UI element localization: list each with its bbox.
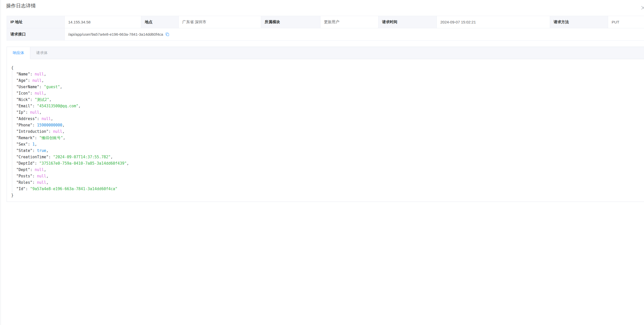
detail-value-api: /api/app/user/9a57a4e8-e196-663a-7841-3a… — [65, 28, 644, 41]
json-line: "Posts": null, — [11, 173, 641, 179]
json-line: "State": true, — [11, 148, 641, 154]
drawer-left-edge — [1, 0, 1, 325]
json-line: "Email": "454313500@qq.com", — [11, 103, 641, 109]
page-title: 操作日志详情 — [6, 3, 36, 8]
tab-response-body[interactable]: 响应体 — [7, 47, 30, 59]
json-line: "DeptId": "375167e0-759a-0410-7a85-3a14d… — [11, 160, 641, 167]
detail-value: 2024-09-07 15:02:21 — [437, 16, 550, 28]
detail-label: 地点 — [141, 16, 179, 28]
tabs-header: 响应体请求体 — [7, 47, 644, 59]
detail-value: 更新用户 — [320, 16, 379, 28]
close-icon — [641, 6, 644, 10]
json-indent-guide — [12, 71, 12, 192]
detail-value: 广东省 深圳市 — [179, 16, 261, 28]
detail-label: 请求时间 — [379, 16, 437, 28]
detail-value: PUT — [608, 16, 644, 28]
detail-label: IP 地址 — [7, 16, 65, 28]
json-line: "Id": "9a57a4e8-e196-663a-7841-3a14dd60f… — [11, 186, 641, 192]
operation-log-detail-drawer: 操作日志详情 IP 地址14.155.34.58地点广东省 深圳市所属模块更新用… — [0, 0, 644, 325]
detail-label: 请求方法 — [550, 16, 608, 28]
log-details-table: IP 地址14.155.34.58地点广东省 深圳市所属模块更新用户请求时间20… — [7, 16, 644, 41]
tab-request-body[interactable]: 请求体 — [30, 47, 53, 59]
json-line: "Sex": 1, — [11, 141, 641, 148]
json-line: } — [11, 192, 641, 199]
tabs-header-filler — [53, 47, 644, 59]
json-line: "CreationTime": "2024-09-07T14:37:55.782… — [11, 154, 641, 160]
json-line: { — [11, 65, 641, 71]
api-path-text: /api/app/user/9a57a4e8-e196-663a-7841-3a… — [68, 32, 163, 36]
detail-label: 所属模块 — [261, 16, 320, 28]
detail-label-api: 请求接口 — [7, 28, 65, 41]
body-tabs-card: 响应体请求体 {"Name": null,"Age": null,"UserNa… — [7, 47, 644, 202]
json-line: "Name": null, — [11, 71, 641, 77]
json-line: "Nick": "测试2", — [11, 97, 641, 103]
json-line: "Address": null, — [11, 116, 641, 122]
close-button[interactable] — [640, 5, 644, 10]
json-line: "Roles": null, — [11, 179, 641, 186]
json-line: "Remark": "懒得创账号", — [11, 135, 641, 141]
json-line: "UserName": "guest", — [11, 84, 641, 90]
json-lines: {"Name": null,"Age": null,"UserName": "g… — [11, 65, 641, 199]
json-line: "Phone": 15900000000, — [11, 122, 641, 128]
json-line: "Icon": null, — [11, 90, 641, 97]
details-row-1: IP 地址14.155.34.58地点广东省 深圳市所属模块更新用户请求时间20… — [7, 16, 644, 28]
details-row-2: 请求接口 /api/app/user/9a57a4e8-e196-663a-78… — [7, 28, 644, 41]
copy-document-icon[interactable] — [165, 32, 170, 36]
json-viewer: {"Name": null,"Age": null,"UserName": "g… — [7, 59, 644, 202]
json-line: "Age": null, — [11, 77, 641, 84]
json-line: "Dept": null, — [11, 167, 641, 173]
json-line: "Ip": null, — [11, 109, 641, 116]
detail-value: 14.155.34.58 — [65, 16, 141, 28]
json-line: "Introduction": null, — [11, 128, 641, 135]
